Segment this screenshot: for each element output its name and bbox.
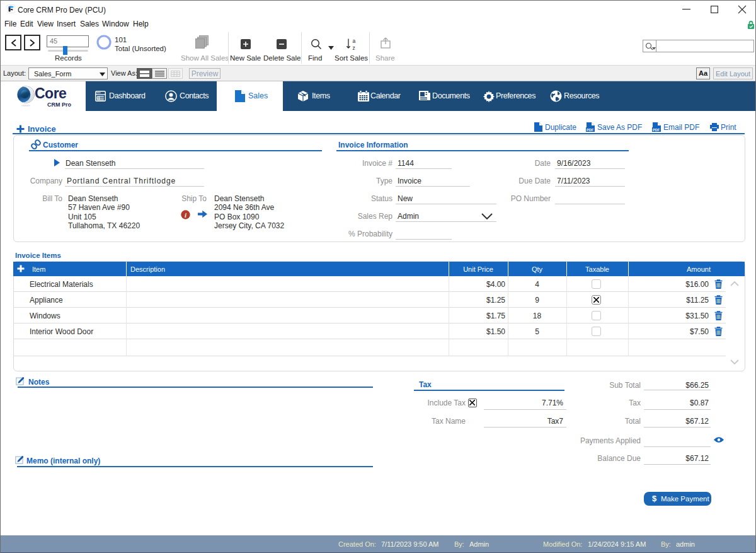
- svg-text:a: a: [353, 38, 356, 44]
- svg-text:z: z: [353, 45, 355, 51]
- svg-text:PDF: PDF: [587, 128, 594, 132]
- svg-text:PDF: PDF: [653, 128, 660, 132]
